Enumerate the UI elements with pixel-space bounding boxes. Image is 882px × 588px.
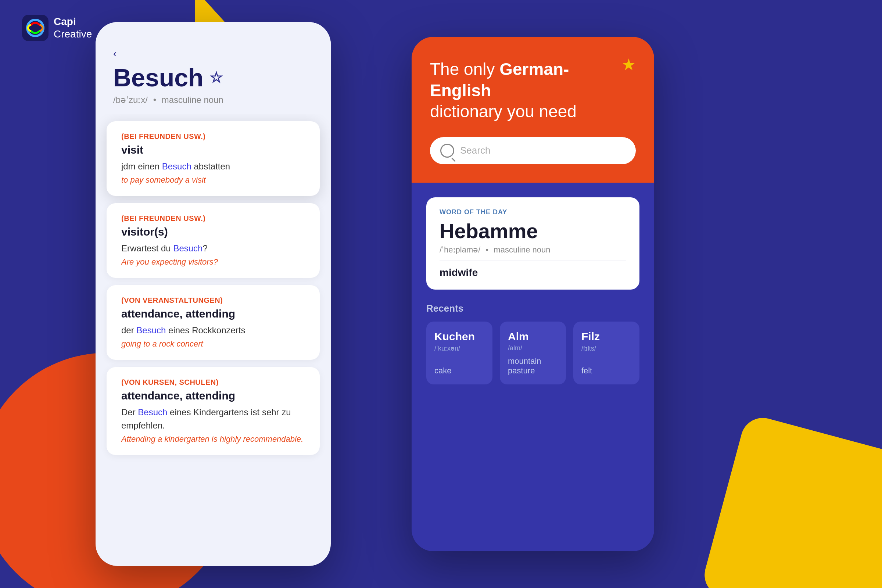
def-category: (BEI FREUNDEN USW.) (121, 132, 305, 141)
def-translation: Attending a kindergarten is highly recom… (121, 434, 305, 444)
word-of-day-card[interactable]: WORD OF THE DAY Hebamme /ˈheːplamə/ • ma… (426, 197, 639, 290)
phone-left: ‹ Besuch ☆ /bəˈzuːx/ • masculine noun (B… (96, 22, 331, 566)
bg-yellow-right (700, 413, 882, 588)
recent-card-3[interactable]: Filz /fɪlts/ felt (573, 322, 639, 384)
pos-text: masculine noun (162, 95, 224, 105)
search-bar[interactable]: Search (430, 137, 636, 164)
phone-right-bottom: WORD OF THE DAY Hebamme /ˈheːplamə/ • ma… (412, 183, 654, 552)
logo-name1: Capi (54, 15, 92, 28)
search-icon (440, 144, 454, 158)
favorite-star[interactable]: ☆ (210, 69, 223, 86)
definitions-scroll[interactable]: (BEI FREUNDEN USW.) visit jdm einen Besu… (96, 114, 331, 555)
def-example: der Besuch eines Rockkonzerts (121, 324, 305, 337)
recents-label: Recents (426, 303, 639, 314)
definition-card-3: (VON VERANSTALTUNGEN) attendance, attend… (106, 285, 320, 360)
recent-card-2[interactable]: Alm /alm/ mountain pasture (500, 322, 566, 384)
wod-label: WORD OF THE DAY (440, 208, 626, 216)
recent-card-1[interactable]: Kuchen /ˈkuːxən/ cake (426, 322, 492, 384)
def-category: (VON VERANSTALTUNGEN) (121, 296, 305, 304)
logo-name2: Creative (54, 28, 92, 40)
wod-phonetic: /ˈheːplamə/ • masculine noun (440, 245, 626, 255)
recent-translation: mountain pasture (508, 357, 558, 376)
def-meaning: visit (121, 144, 305, 156)
def-translation: to pay somebody a visit (121, 175, 305, 185)
favorite-star-right[interactable]: ★ (621, 55, 636, 74)
recent-word: Kuchen (434, 330, 484, 343)
definition-card-2: (BEI FREUNDEN USW.) visitor(s) Erwartest… (106, 203, 320, 278)
word-title: Besuch ☆ (113, 63, 313, 92)
phone-left-header: ‹ Besuch ☆ /bəˈzuːx/ • masculine noun (96, 22, 331, 114)
def-example: Der Besuch eines Kindergartens ist sehr … (121, 406, 305, 432)
phone-right: ★ The only German-English dictionary you… (412, 37, 654, 551)
logo: Capi Creative (22, 15, 92, 41)
definition-card-4: (VON KURSEN, SCHULEN) attendance, attend… (106, 367, 320, 455)
phonetic-text: /bəˈzuːx/ (113, 95, 148, 105)
phone-right-top: ★ The only German-English dictionary you… (412, 37, 654, 183)
def-example: Erwartest du Besuch? (121, 242, 305, 255)
recent-word: Filz (581, 330, 632, 343)
recent-translation: felt (581, 366, 632, 376)
recent-phonetic: /ˈkuːxən/ (434, 344, 484, 352)
definition-card-1: (BEI FREUNDEN USW.) visit jdm einen Besu… (106, 121, 320, 196)
def-meaning: attendance, attending (121, 390, 305, 402)
wod-divider (440, 261, 626, 261)
def-category: (VON KURSEN, SCHULEN) (121, 378, 305, 387)
logo-text: Capi Creative (54, 15, 92, 40)
headline: The only German-English dictionary you n… (430, 59, 599, 122)
logo-icon (22, 15, 48, 41)
def-meaning: visitor(s) (121, 226, 305, 238)
def-category: (BEI FREUNDEN USW.) (121, 214, 305, 223)
recent-translation: cake (434, 366, 484, 376)
svg-rect-0 (22, 15, 48, 41)
word-phonetic: /bəˈzuːx/ • masculine noun (113, 95, 313, 105)
wod-word: Hebamme (440, 219, 626, 243)
back-button[interactable]: ‹ (113, 48, 313, 60)
wod-translation: midwife (440, 267, 626, 279)
recents-grid: Kuchen /ˈkuːxən/ cake Alm /alm/ mountain… (426, 322, 639, 384)
def-meaning: attendance, attending (121, 308, 305, 320)
def-translation: going to a rock concert (121, 339, 305, 349)
def-translation: Are you expecting visitors? (121, 257, 305, 267)
word-text: Besuch (113, 63, 204, 92)
recent-phonetic: /fɪlts/ (581, 344, 632, 352)
recent-phonetic: /alm/ (508, 344, 558, 352)
search-input[interactable]: Search (460, 145, 490, 156)
recent-word: Alm (508, 330, 558, 343)
def-example: jdm einen Besuch abstatten (121, 160, 305, 173)
